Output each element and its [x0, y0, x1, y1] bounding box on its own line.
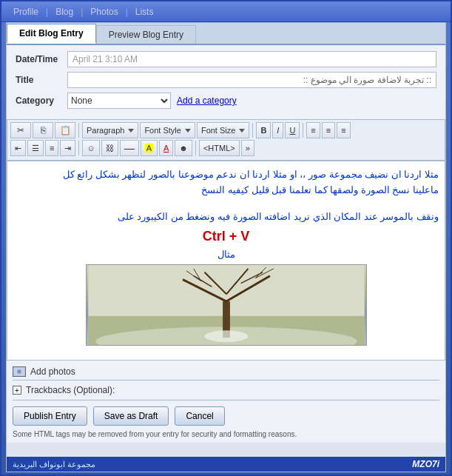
align-right-icon: ≡ — [341, 126, 345, 135]
toolbar: ✂ ⎘ 📋 Paragraph Font Style — [7, 119, 445, 161]
copy-button[interactable]: ⎘ — [33, 122, 53, 138]
font-size-chevron — [239, 129, 245, 133]
font-color-button[interactable]: A — [159, 140, 173, 156]
html-button[interactable]: <HTML> — [199, 140, 240, 156]
toolbar-sep-2 — [252, 123, 253, 138]
link-button[interactable]: ⛓ — [101, 140, 118, 156]
ctrl-v-text: Ctrl + V — [13, 229, 439, 244]
toolbar-sep-1 — [78, 123, 79, 138]
bold-button[interactable]: B — [256, 122, 271, 138]
paste-icon: 📋 — [59, 124, 71, 136]
hr-icon: — — [124, 142, 135, 154]
editor-content: مثلا اردنا ان نضيف مجموعة صور ،، او مثلا… — [13, 167, 439, 346]
bottom-area: Add photos + Trackbacks (Optional): Publ… — [7, 361, 445, 443]
emotion-icon: ☺ — [87, 144, 95, 152]
smiley-icon: ☻ — [179, 144, 188, 152]
italic-button[interactable]: I — [272, 122, 283, 138]
smiley-button[interactable]: ☻ — [175, 140, 192, 156]
copy-icon: ⎘ — [37, 124, 49, 136]
datetime-row: Date/Time — [16, 51, 436, 67]
underline-button[interactable]: U — [285, 122, 300, 138]
highlight-icon: A — [145, 144, 153, 152]
tab-preview[interactable]: Preview Blog Entry — [96, 25, 196, 44]
save-draft-button[interactable]: Save as Draft — [93, 406, 169, 426]
top-nav: Profile | Blog | Photos | Lists — [1, 1, 451, 22]
align-center-icon: ≡ — [326, 126, 331, 135]
toolbar-row-1: ✂ ⎘ 📋 Paragraph Font Style — [10, 122, 442, 138]
toolbar-sep-5 — [195, 141, 196, 155]
font-style-label: Font Style — [144, 126, 181, 135]
add-category-link[interactable]: Add a category — [177, 95, 237, 106]
hr-button[interactable]: — — [120, 140, 139, 156]
numbered-list-icon: ≡ — [50, 144, 54, 152]
cancel-button[interactable]: Cancel — [175, 406, 224, 426]
align-left-button[interactable]: ≡ — [306, 122, 320, 138]
editor-line-3: ونقف بالموسر عند المكان الذي نريد اضافته… — [13, 209, 439, 225]
font-size-dropdown[interactable]: Font Size — [197, 122, 249, 138]
title-row: Title — [16, 72, 436, 88]
indent-icon: ⇥ — [64, 144, 71, 153]
font-style-chevron — [185, 129, 191, 133]
font-style-dropdown[interactable]: Font Style — [140, 122, 195, 138]
toolbar-row-2: ⇤ ☰ ≡ ⇥ ☺ — [10, 140, 442, 156]
numbered-list-button[interactable]: ≡ — [45, 140, 58, 156]
paragraph-dropdown[interactable]: Paragraph — [82, 122, 138, 138]
button-row: Publish Entry Save as Draft Cancel — [13, 400, 439, 429]
svg-point-15 — [204, 331, 248, 343]
category-row: Category None Add a category — [16, 93, 436, 109]
form-area: Date/Time Title Category None Add a cate… — [7, 45, 445, 119]
toolbar-sep-4 — [78, 141, 79, 155]
nav-item-blog[interactable]: Blog — [50, 7, 79, 17]
category-label: Category — [16, 95, 67, 106]
paragraph-label: Paragraph — [87, 126, 124, 135]
editor-line-2: ماعلينا نسخ الصورة ولصقها كما تعلمنا قبل… — [13, 183, 439, 198]
highlight-button[interactable]: A — [141, 140, 158, 156]
align-right-button[interactable]: ≡ — [337, 122, 350, 138]
title-input[interactable] — [67, 72, 436, 88]
outdent-button[interactable]: ⇤ — [10, 140, 26, 156]
link-icon: ⛓ — [106, 144, 114, 152]
paragraph-chevron — [128, 129, 134, 133]
font-color-icon: A — [163, 144, 169, 152]
outdent-icon: ⇤ — [15, 144, 21, 153]
indent-button[interactable]: ⇥ — [60, 140, 75, 156]
datetime-label: Date/Time — [16, 54, 67, 64]
align-left-icon: ≡ — [311, 126, 315, 135]
cut-button[interactable]: ✂ — [10, 122, 31, 138]
datetime-input[interactable] — [67, 51, 436, 67]
brand-bar: مجموعة ابونواف البريدية MZO7i — [7, 457, 445, 472]
add-photos-label: Add photos — [30, 366, 75, 377]
tab-edit[interactable]: Edit Blog Entry — [7, 24, 96, 44]
font-size-label: Font Size — [201, 126, 235, 135]
expand-trackbacks-icon[interactable]: + — [13, 386, 21, 395]
nav-item-lists[interactable]: Lists — [129, 7, 160, 17]
trackbacks-label: Trackbacks (Optional): — [26, 385, 115, 395]
bullet-list-icon: ☰ — [32, 144, 39, 153]
bullet-list-button[interactable]: ☰ — [27, 140, 44, 156]
more-button[interactable]: » — [241, 140, 254, 156]
add-photos-icon — [13, 366, 26, 377]
svg-point-19 — [18, 371, 21, 373]
app-frame: Profile | Blog | Photos | Lists Edit Blo… — [0, 0, 452, 476]
category-select[interactable]: None — [67, 93, 171, 109]
cut-icon: ✂ — [15, 124, 27, 136]
editor-line-1: مثلا اردنا ان نضيف مجموعة صور ،، او مثلا… — [13, 167, 439, 183]
publish-button[interactable]: Publish Entry — [13, 406, 87, 426]
emotion-button[interactable]: ☺ — [82, 140, 99, 156]
main-area: Edit Blog Entry Preview Blog Entry Date/… — [6, 22, 446, 472]
toolbar-sep-3 — [303, 123, 303, 138]
example-text: مثال — [13, 249, 439, 260]
paste-button[interactable]: 📋 — [55, 122, 75, 138]
title-label: Title — [16, 75, 67, 85]
brand-name: MZO7i — [412, 459, 445, 469]
tab-bar: Edit Blog Entry Preview Blog Entry — [7, 23, 445, 45]
editor-image — [86, 264, 367, 346]
nav-item-photos[interactable]: Photos — [84, 7, 124, 17]
nav-item-profile[interactable]: Profile — [7, 7, 44, 17]
trackbacks-row: + Trackbacks (Optional): — [13, 381, 439, 400]
footer-note: Some HTML tags may be removed from your … — [13, 429, 439, 440]
editor-area[interactable]: مثلا اردنا ان نضيف مجموعة صور ،، او مثلا… — [7, 161, 445, 361]
align-center-button[interactable]: ≡ — [322, 122, 335, 138]
brand-ar: مجموعة ابونواف البريدية — [7, 460, 95, 469]
add-photos-row[interactable]: Add photos — [13, 363, 439, 381]
